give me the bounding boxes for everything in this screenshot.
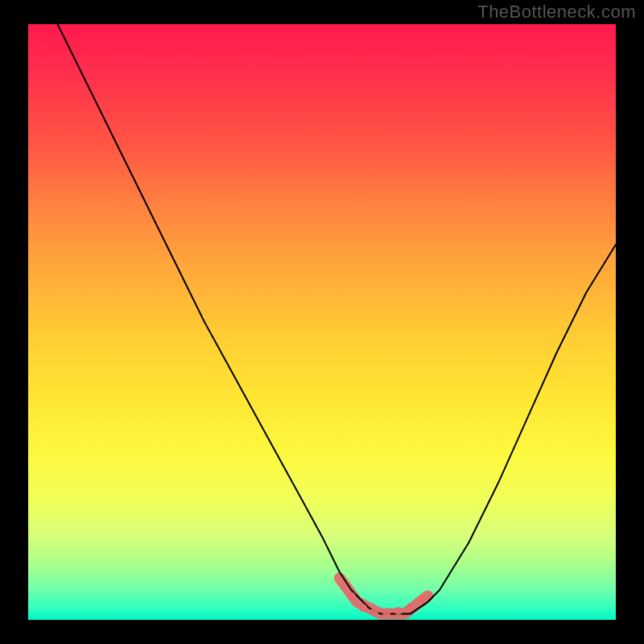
scatter-dot	[418, 595, 426, 603]
scatter-dot	[359, 604, 367, 612]
bottleneck-curve	[58, 24, 617, 614]
scatter-dot	[394, 607, 402, 615]
scatter-dot	[382, 609, 390, 617]
scatter-dot	[348, 592, 356, 600]
scatter-dot	[407, 604, 415, 612]
chart-svg-overlay	[28, 24, 616, 620]
watermark-text: TheBottleneck.com	[477, 2, 636, 23]
scatter-dot	[371, 607, 379, 615]
